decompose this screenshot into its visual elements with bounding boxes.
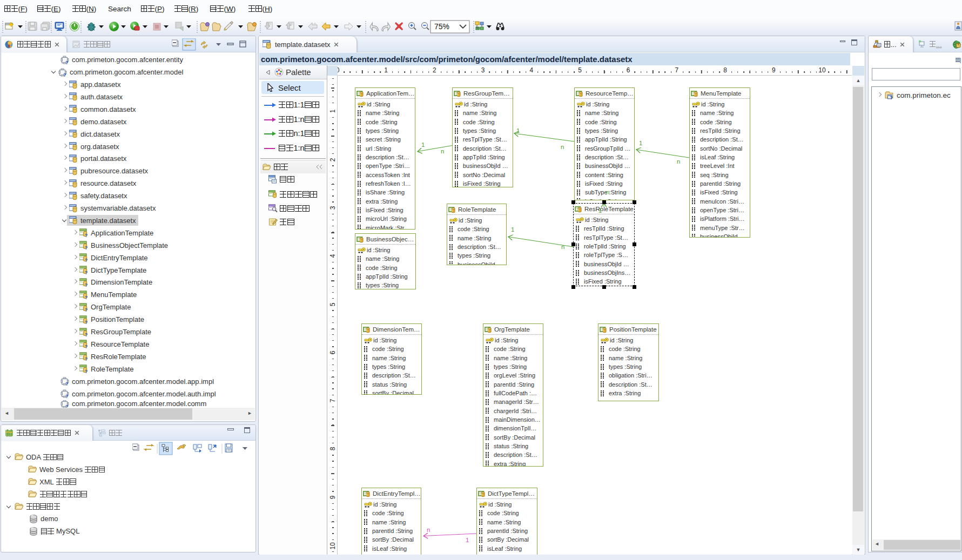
svg-text:1: 1 <box>598 207 602 214</box>
svg-text:n: n <box>427 527 430 533</box>
svg-text:n: n <box>606 189 609 195</box>
svg-text:1: 1 <box>639 140 642 146</box>
svg-text:75%: 75% <box>434 22 449 31</box>
svg-text:1: 1 <box>516 127 520 134</box>
svg-text:1: 1 <box>466 537 469 543</box>
svg-text:1: 1 <box>421 141 425 148</box>
svg-text:n: n <box>561 244 564 250</box>
svg-text:?: ? <box>890 95 893 99</box>
svg-text:n: n <box>561 144 564 150</box>
svg-text:n: n <box>441 148 444 154</box>
svg-text:1: 1 <box>511 226 514 233</box>
svg-text:n: n <box>677 158 680 165</box>
